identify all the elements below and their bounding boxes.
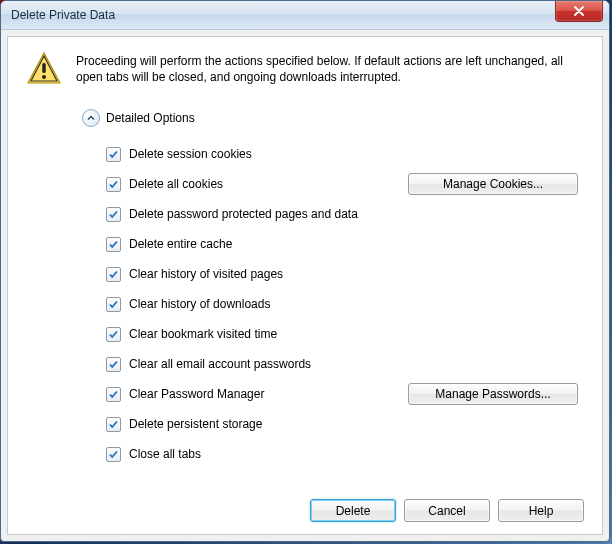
option-row: Clear history of downloads <box>106 289 584 319</box>
svg-point-3 <box>42 75 46 79</box>
checkbox[interactable] <box>106 387 121 402</box>
checkbox-label[interactable]: Delete entire cache <box>129 237 232 251</box>
checkbox-label[interactable]: Delete session cookies <box>129 147 252 161</box>
option-row: Clear Password ManagerManage Passwords..… <box>106 379 584 409</box>
checkbox-label[interactable]: Clear history of visited pages <box>129 267 283 281</box>
checkbox-label[interactable]: Clear history of downloads <box>129 297 270 311</box>
chevron-up-icon <box>86 113 96 123</box>
detailed-header[interactable]: Detailed Options <box>82 109 584 127</box>
checkbox[interactable] <box>106 177 121 192</box>
checkbox-label[interactable]: Close all tabs <box>129 447 201 461</box>
checkbox[interactable] <box>106 147 121 162</box>
checkbox-label[interactable]: Clear all email account passwords <box>129 357 311 371</box>
close-button[interactable] <box>555 1 603 22</box>
help-button[interactable]: Help <box>498 499 584 522</box>
checkbox[interactable] <box>106 207 121 222</box>
checkbox[interactable] <box>106 297 121 312</box>
option-row: Delete persistent storage <box>106 409 584 439</box>
checkbox[interactable] <box>106 357 121 372</box>
checkbox[interactable] <box>106 447 121 462</box>
option-row: Clear history of visited pages <box>106 259 584 289</box>
option-row: Delete session cookies <box>106 139 584 169</box>
window-title: Delete Private Data <box>11 8 555 22</box>
checkbox-label[interactable]: Delete all cookies <box>129 177 223 191</box>
checkbox-label[interactable]: Delete persistent storage <box>129 417 262 431</box>
dialog-content: Proceeding will perform the actions spec… <box>7 36 603 535</box>
delete-button[interactable]: Delete <box>310 499 396 522</box>
dialog-window: Delete Private Data Proceeding will perf… <box>0 0 610 542</box>
cancel-button[interactable]: Cancel <box>404 499 490 522</box>
checkbox[interactable] <box>106 417 121 432</box>
close-icon <box>573 6 585 16</box>
description-text: Proceeding will perform the actions spec… <box>76 51 584 85</box>
checkbox[interactable] <box>106 327 121 342</box>
manage-passwords-button[interactable]: Manage Passwords... <box>408 383 578 405</box>
option-row: Delete password protected pages and data <box>106 199 584 229</box>
checkbox-label[interactable]: Clear Password Manager <box>129 387 264 401</box>
checkbox[interactable] <box>106 237 121 252</box>
checkbox-label[interactable]: Clear bookmark visited time <box>129 327 277 341</box>
titlebar[interactable]: Delete Private Data <box>1 1 609 30</box>
option-row: Clear all email account passwords <box>106 349 584 379</box>
option-row: Delete entire cache <box>106 229 584 259</box>
options-list: Delete session cookiesDelete all cookies… <box>106 139 584 469</box>
collapse-toggle[interactable] <box>82 109 100 127</box>
checkbox[interactable] <box>106 267 121 282</box>
checkbox-label[interactable]: Delete password protected pages and data <box>129 207 358 221</box>
option-row: Delete all cookiesManage Cookies... <box>106 169 584 199</box>
option-row: Close all tabs <box>106 439 584 469</box>
option-row: Clear bookmark visited time <box>106 319 584 349</box>
detailed-title: Detailed Options <box>106 111 195 125</box>
svg-rect-2 <box>42 63 45 73</box>
detailed-section: Detailed Options Delete session cookiesD… <box>82 109 584 469</box>
dialog-footer: Delete Cancel Help <box>26 487 584 522</box>
warning-icon <box>26 51 62 87</box>
header-row: Proceeding will perform the actions spec… <box>26 51 584 87</box>
manage-cookies-button[interactable]: Manage Cookies... <box>408 173 578 195</box>
